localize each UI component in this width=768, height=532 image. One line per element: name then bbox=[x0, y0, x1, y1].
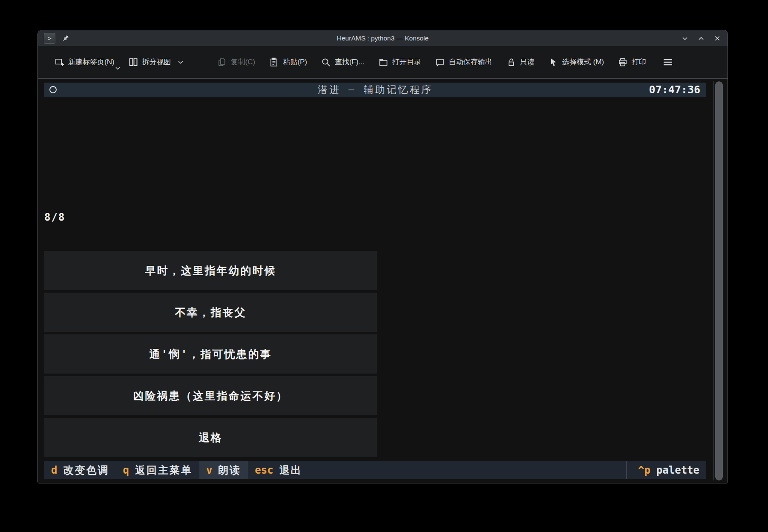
tui-footer-bar: d 改变色调 q 返回主菜单 v 朗读 esc 退出 ^p palette bbox=[44, 461, 706, 479]
hint-label: 改变色调 bbox=[63, 463, 109, 477]
hint-label: palette bbox=[656, 464, 699, 476]
find-button[interactable]: 查找(F)... bbox=[314, 54, 371, 71]
speech-bubble-icon bbox=[435, 57, 445, 67]
hint-key: q bbox=[123, 464, 129, 476]
chevron-down-icon bbox=[115, 64, 121, 72]
split-view-label: 拆分视图 bbox=[142, 57, 171, 67]
scrollbar[interactable] bbox=[713, 81, 724, 480]
hint-key: d bbox=[51, 464, 57, 476]
split-view-button[interactable]: 拆分视图 bbox=[121, 54, 190, 71]
select-mode-label: 选择模式 (M) bbox=[562, 57, 604, 67]
new-tab-label: 新建标签页(N) bbox=[68, 57, 115, 67]
titlebar: > HeurAMS : python3 — Konsole bbox=[38, 30, 728, 46]
hint-change-palette-tone[interactable]: d 改变色调 bbox=[44, 461, 116, 479]
backspace-option[interactable]: 退格 bbox=[44, 418, 377, 457]
answer-options: 早时，这里指年幼的时候 不幸，指丧父 通'悯'，指可忧患的事 凶险祸患（这里指命… bbox=[44, 251, 377, 460]
auto-save-output-label: 自动保存输出 bbox=[449, 57, 492, 67]
hint-key: v bbox=[206, 464, 212, 476]
hint-label: 退出 bbox=[279, 463, 302, 477]
unlock-icon bbox=[506, 57, 516, 67]
print-button[interactable]: 打印 bbox=[611, 54, 653, 71]
hint-exit[interactable]: esc 退出 bbox=[248, 461, 309, 479]
hamburger-icon bbox=[662, 57, 673, 67]
scrollbar-thumb[interactable] bbox=[715, 81, 723, 480]
search-icon bbox=[321, 57, 331, 67]
read-only-button[interactable]: 只读 bbox=[499, 54, 541, 71]
tui-clock: 07:47:36 bbox=[649, 83, 700, 96]
hint-label: 朗读 bbox=[218, 463, 241, 477]
copy-label: 复制(C) bbox=[231, 57, 256, 67]
answer-option-3[interactable]: 通'悯'，指可忧患的事 bbox=[44, 334, 377, 374]
new-tab-icon bbox=[54, 57, 64, 67]
konsole-window: > HeurAMS : python3 — Konsole bbox=[37, 30, 728, 483]
print-label: 打印 bbox=[632, 57, 646, 67]
maximize-button[interactable] bbox=[697, 34, 705, 43]
hint-return-main-menu[interactable]: q 返回主菜单 bbox=[116, 461, 199, 479]
select-mode-button[interactable]: 选择模式 (M) bbox=[541, 54, 611, 71]
terminal-view[interactable]: 潜进 – 辅助记忆程序 07:47:36 8/8 臣密言：臣以险衅，夙遭闵凶. … bbox=[38, 79, 728, 483]
hint-key: esc bbox=[255, 464, 273, 476]
answer-option-2[interactable]: 不幸，指丧父 bbox=[44, 293, 377, 332]
tui-header-bar: 潜进 – 辅助记忆程序 07:47:36 bbox=[44, 83, 706, 97]
cursor-icon bbox=[548, 57, 558, 67]
hint-key: ^p bbox=[638, 464, 650, 476]
copy-button[interactable]: 复制(C) bbox=[210, 54, 262, 71]
copy-icon bbox=[217, 57, 227, 67]
hint-label: 返回主菜单 bbox=[135, 463, 193, 477]
close-button[interactable] bbox=[713, 34, 722, 43]
chevron-down-icon bbox=[178, 58, 184, 66]
progress-counter: 8/8 bbox=[44, 210, 195, 224]
answer-option-4[interactable]: 凶险祸患（这里指命运不好） bbox=[44, 376, 377, 415]
hint-palette[interactable]: ^p palette bbox=[626, 461, 706, 479]
pin-icon[interactable] bbox=[61, 34, 70, 43]
new-tab-button[interactable]: 新建标签页(N) bbox=[47, 54, 121, 71]
window-title: HeurAMS : python3 — Konsole bbox=[38, 35, 728, 42]
hint-read-aloud[interactable]: v 朗读 bbox=[199, 461, 248, 479]
auto-save-output-button[interactable]: 自动保存输出 bbox=[428, 54, 499, 71]
paste-button[interactable]: 粘贴(P) bbox=[262, 54, 314, 71]
split-view-icon bbox=[128, 57, 138, 67]
read-only-label: 只读 bbox=[520, 57, 535, 67]
paste-icon bbox=[269, 57, 279, 67]
answer-option-1[interactable]: 早时，这里指年幼的时候 bbox=[44, 251, 377, 290]
open-directory-button[interactable]: 打开目录 bbox=[371, 54, 428, 71]
folder-icon bbox=[378, 57, 388, 67]
toolbar: 新建标签页(N) 拆分视图 bbox=[38, 46, 728, 79]
printer-icon bbox=[618, 57, 628, 67]
menu-button[interactable] bbox=[656, 54, 680, 71]
paste-label: 粘贴(P) bbox=[283, 57, 307, 67]
open-directory-label: 打开目录 bbox=[392, 57, 421, 67]
find-label: 查找(F)... bbox=[335, 57, 365, 67]
app-icon[interactable]: > bbox=[44, 33, 55, 44]
tui-app-title: 潜进 – 辅助记忆程序 bbox=[44, 83, 706, 96]
minimize-button[interactable] bbox=[681, 34, 689, 43]
